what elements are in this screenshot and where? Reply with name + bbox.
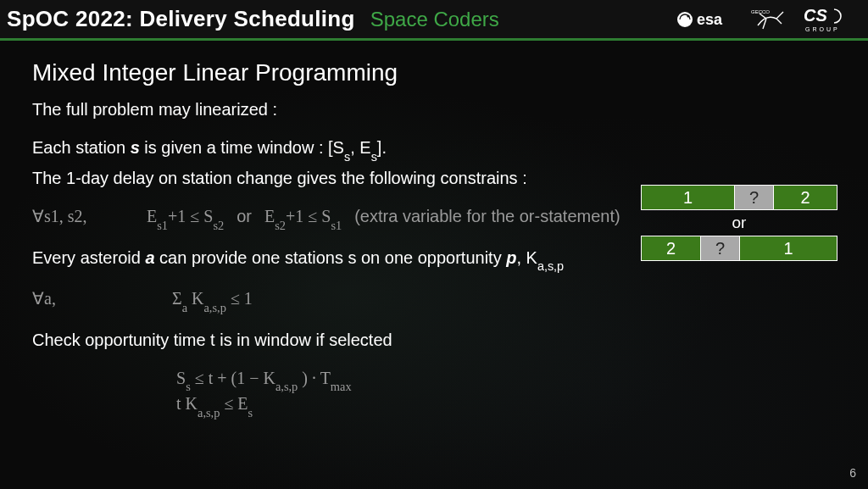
header-left: SpOC 2022: Delivery Scheduling Space Cod… xyxy=(7,6,499,32)
equation-2: t Ka,s,p ≤ Es xyxy=(32,392,837,418)
diagram-row-1: 1 ? 2 xyxy=(641,185,837,210)
diagram-cell: 1 xyxy=(740,236,837,260)
diagram-or-label: or xyxy=(641,214,837,232)
slide-content: Mixed Integer Linear Programming The ful… xyxy=(0,41,868,486)
diagram-cell: ? xyxy=(735,186,774,209)
cs-group-logo-icon: CS GROUP xyxy=(804,6,856,33)
diagram-cell: ? xyxy=(701,236,740,260)
svg-point-1 xyxy=(687,14,689,17)
opportunity-line: Check opportunity time t is in window if… xyxy=(32,329,837,352)
svg-text:CS: CS xyxy=(804,6,827,25)
diagram-cell: 2 xyxy=(774,186,837,209)
svg-text:GROUP: GROUP xyxy=(805,26,840,32)
diagram-cell: 2 xyxy=(642,236,701,260)
header-logos: esa GECCO CS GROUP xyxy=(676,6,856,33)
esa-logo-icon: esa xyxy=(676,9,736,30)
team-name: Space Coders xyxy=(370,8,499,31)
schedule-diagram: 1 ? 2 or 2 ? 1 xyxy=(641,185,837,261)
svg-text:esa: esa xyxy=(697,11,723,28)
slide-header: SpOC 2022: Delivery Scheduling Space Cod… xyxy=(0,0,868,41)
window-line: Each station s is given a time window : … xyxy=(32,136,837,162)
constraint-2: ∀a, Σa Ka,s,p ≤ 1 xyxy=(32,287,837,313)
diagram-cell: 1 xyxy=(642,186,735,209)
equation-1: Ss ≤ t + (1 − Ka,s,p ) · Tmax xyxy=(32,367,837,392)
diagram-row-2: 2 ? 1 xyxy=(641,236,837,261)
gecco-logo-icon: GECCO xyxy=(751,7,788,32)
page-number: 6 xyxy=(849,466,856,480)
intro-line: The full problem may linearized : xyxy=(32,98,837,121)
presentation-title: SpOC 2022: Delivery Scheduling xyxy=(7,6,355,32)
section-title: Mixed Integer Linear Programming xyxy=(32,59,837,86)
